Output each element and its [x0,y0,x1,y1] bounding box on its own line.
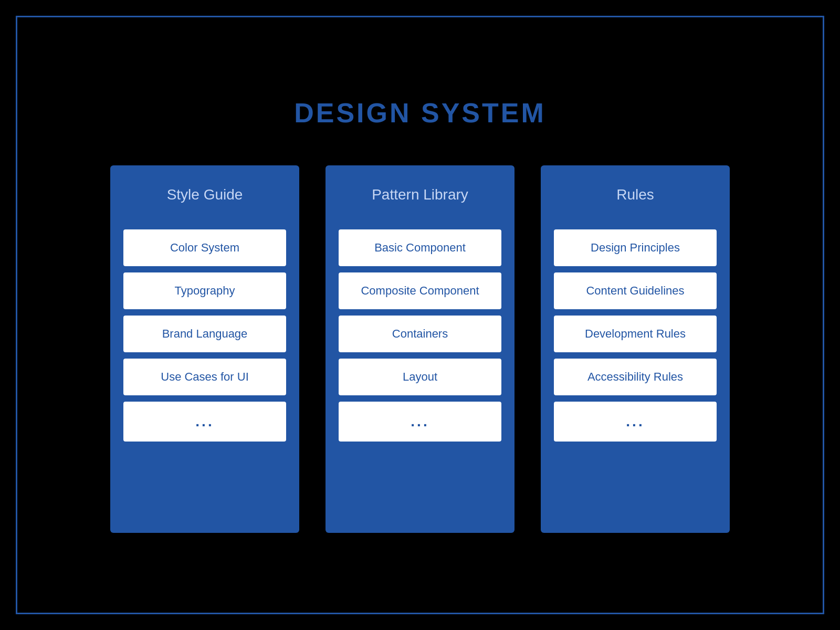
item-label-basic-component: Basic Component [374,241,466,254]
column-rules: RulesDesign PrinciplesContent Guidelines… [541,165,730,533]
column-pattern-library: Pattern LibraryBasic ComponentComposite … [326,165,514,533]
items-list-style-guide: Color SystemTypographyBrand LanguageUse … [123,229,286,442]
item-layout[interactable]: Layout [339,359,501,395]
item-composite-component[interactable]: Composite Component [339,272,501,309]
item-label-accessibility-rules: Accessibility Rules [587,370,683,383]
item-label-design-principles: Design Principles [591,241,680,254]
item-label-color-system: Color System [170,241,239,254]
item-label-ellipsis-2: ... [411,413,429,429]
item-ellipsis-1[interactable]: ... [123,402,286,442]
item-ellipsis-2[interactable]: ... [339,402,501,442]
item-development-rules[interactable]: Development Rules [554,316,717,352]
item-containers[interactable]: Containers [339,316,501,352]
items-list-pattern-library: Basic ComponentComposite ComponentContai… [339,229,501,442]
item-accessibility-rules[interactable]: Accessibility Rules [554,359,717,395]
item-basic-component[interactable]: Basic Component [339,229,501,266]
item-design-principles[interactable]: Design Principles [554,229,717,266]
item-typography[interactable]: Typography [123,272,286,309]
item-brand-language[interactable]: Brand Language [123,316,286,352]
item-label-composite-component: Composite Component [361,284,479,297]
item-label-typography: Typography [175,284,235,297]
item-ellipsis-3[interactable]: ... [554,402,717,442]
item-label-layout: Layout [403,370,437,383]
column-title-pattern-library: Pattern Library [372,181,468,203]
item-label-brand-language: Brand Language [162,327,248,340]
item-label-development-rules: Development Rules [585,327,686,340]
item-label-content-guidelines: Content Guidelines [586,284,684,297]
item-label-ellipsis-3: ... [626,413,644,429]
page-title: DESIGN SYSTEM [294,97,546,129]
item-label-use-cases-for-ui: Use Cases for UI [161,370,249,383]
column-style-guide: Style GuideColor SystemTypographyBrand L… [110,165,299,533]
column-title-rules: Rules [616,181,654,203]
item-label-containers: Containers [392,327,448,340]
column-title-style-guide: Style Guide [167,181,243,203]
outer-border: DESIGN SYSTEM Style GuideColor SystemTyp… [16,16,824,614]
items-list-rules: Design PrinciplesContent GuidelinesDevel… [554,229,717,442]
item-content-guidelines[interactable]: Content Guidelines [554,272,717,309]
item-label-ellipsis-1: ... [195,413,214,429]
item-color-system[interactable]: Color System [123,229,286,266]
item-use-cases-for-ui[interactable]: Use Cases for UI [123,359,286,395]
columns-container: Style GuideColor SystemTypographyBrand L… [38,165,802,533]
